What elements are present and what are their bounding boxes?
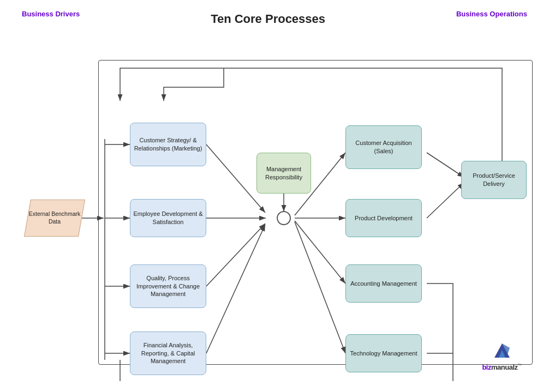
- business-drivers-label: Business Drivers: [22, 10, 80, 19]
- header: Business Drivers Ten Core Processes Busi…: [0, 0, 549, 26]
- product-dev-box: Product Development: [345, 199, 422, 237]
- logo-text: bizmanualz™: [482, 363, 522, 371]
- logo-area: bizmanualz™: [482, 338, 522, 371]
- accounting-mgmt-box: Accounting Management: [345, 264, 422, 303]
- external-benchmark-label: External Benchmark Data: [27, 210, 82, 225]
- external-benchmark-container: External Benchmark Data: [27, 200, 82, 237]
- management-resp-box: Management Responsibility: [256, 153, 311, 194]
- employee-dev-box: Employee Development & Satisfaction: [130, 199, 206, 237]
- technology-mgmt-box: Technology Management: [345, 334, 422, 372]
- quality-process-box: Quality, Process Improvement & Change Ma…: [130, 264, 206, 308]
- product-service-box: Product/Service Delivery: [461, 161, 527, 199]
- logo-brand: biz: [482, 363, 491, 371]
- logo-symbol: ™: [518, 363, 522, 368]
- circle-node: [277, 211, 291, 225]
- logo-suffix: manualz: [491, 363, 518, 371]
- financial-analysis-box: Financial Analysis, Reporting, & Capital…: [130, 331, 206, 375]
- page: Business Drivers Ten Core Processes Busi…: [0, 0, 549, 392]
- customer-acq-box: Customer Acquisition (Sales): [345, 125, 422, 169]
- customer-strategy-box: Customer Strategy/ & Relationships (Mark…: [130, 123, 206, 166]
- page-title: Ten Core Processes: [211, 12, 325, 26]
- diagram: External Benchmark Data Customer Strateg…: [11, 38, 538, 381]
- biz-logo-icon: [490, 338, 514, 362]
- business-operations-label: Business Operations: [456, 10, 527, 19]
